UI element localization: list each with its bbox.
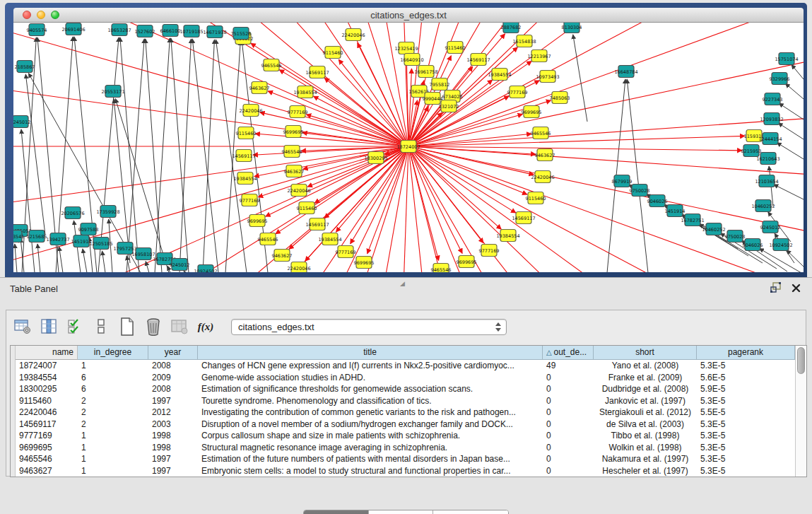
graph-node[interactable]: 19384554 — [488, 69, 511, 81]
graph-node[interactable]: 7515526 — [231, 28, 252, 40]
graph-node[interactable]: 14569117 — [512, 212, 535, 224]
graph-node[interactable]: 15751074 — [775, 53, 798, 65]
graph-node[interactable]: 9405574 — [27, 24, 47, 36]
column-header-name[interactable]: name — [16, 346, 78, 360]
graph-node[interactable]: 16648784 — [614, 66, 637, 78]
graph-node[interactable]: 2185867 — [15, 61, 35, 73]
splitter-grip-icon[interactable]: ◢ — [400, 280, 405, 287]
graph-node[interactable]: 14569117 — [305, 66, 329, 78]
graph-node[interactable]: 9046026 — [647, 195, 668, 207]
graph-node[interactable]: 20691406 — [61, 23, 85, 35]
graph-node[interactable]: 10924502 — [194, 265, 217, 273]
graph-node[interactable]: 9329966 — [770, 73, 790, 85]
graph-node[interactable]: 16210643 — [756, 153, 779, 165]
graph-node[interactable]: 9245012 — [13, 116, 30, 128]
table-row[interactable]: 969969511998Structural magnetic resonanc… — [16, 442, 795, 454]
graph-node[interactable]: 1451914 — [665, 205, 686, 217]
graph-node[interactable]: 9750028 — [725, 230, 746, 243]
graph-node[interactable]: 12103654 — [755, 175, 778, 187]
table-row[interactable]: 1872400712008Changes of HCN gene express… — [16, 360, 795, 372]
graph-node[interactable]: 9245012 — [760, 221, 781, 233]
graph-node[interactable]: 9463627 — [272, 250, 293, 262]
graph-node[interactable]: 7485063 — [550, 92, 570, 104]
graph-node[interactable]: 9245012 — [170, 259, 190, 271]
graph-node[interactable]: 10460252 — [751, 200, 775, 212]
graph-node[interactable]: 10460252 — [702, 223, 725, 235]
graph-node[interactable]: 9465546 — [258, 233, 278, 245]
graph-node[interactable]: 22420046 — [341, 29, 365, 41]
graph-node[interactable]: 9777169 — [336, 246, 356, 258]
graph-node[interactable]: 12093832 — [760, 113, 783, 125]
graph-node[interactable]: 18724007 — [396, 141, 420, 153]
graph-node[interactable]: 16958107 — [131, 248, 155, 260]
graph-node[interactable]: 20553171 — [101, 86, 124, 98]
graph-node[interactable]: 14569117 — [232, 150, 255, 162]
graph-node[interactable]: 1215685 — [27, 230, 47, 243]
graph-node[interactable]: 22420046 — [287, 262, 310, 273]
table-row[interactable]: 1938455462009Genome-wide association stu… — [16, 372, 795, 384]
graph-node[interactable]: 2887682 — [501, 23, 522, 33]
network-window-titlebar[interactable]: citations_edges.txt — [13, 8, 804, 23]
graph-node[interactable]: 14569117 — [305, 218, 329, 230]
table-row[interactable]: 977716911998Corpus callosum shape and si… — [16, 430, 795, 442]
column-header-out_de[interactable]: △ out_de... — [543, 346, 594, 360]
graph-node[interactable]: 9699695 — [522, 106, 542, 118]
table-row[interactable]: 1830029562008Estimation of significance … — [16, 383, 795, 395]
graph-node[interactable]: 9465546 — [431, 264, 452, 273]
graph-node[interactable]: 9750028 — [630, 185, 650, 197]
table-row[interactable]: 946362711997Embryonic stem cells: a mode… — [16, 465, 795, 477]
graph-node[interactable]: 9699695 — [247, 215, 268, 227]
new-table-icon[interactable] — [118, 317, 136, 336]
graph-node[interactable]: 19384554 — [318, 233, 341, 245]
table-selector[interactable]: citations_edges.txt — [231, 319, 507, 335]
row-tools-icon[interactable] — [92, 317, 110, 336]
graph-node[interactable]: 9463627 — [249, 82, 270, 94]
graph-node[interactable]: 16640910 — [400, 54, 423, 66]
graph-node[interactable]: 10719185 — [180, 25, 203, 37]
graph-node[interactable]: 12325419 — [394, 42, 418, 54]
graph-node[interactable]: 9115460 — [526, 192, 546, 204]
graph-node[interactable]: 20206576 — [61, 207, 84, 219]
vertical-scrollbar[interactable] — [795, 346, 806, 477]
graph-node[interactable]: 9115460 — [445, 42, 466, 54]
column-header-year[interactable]: year — [148, 346, 198, 360]
graph-node[interactable]: 9990444 — [423, 93, 443, 105]
graph-node[interactable]: 19384554 — [293, 86, 317, 98]
graph-node[interactable]: 9699695 — [354, 257, 375, 269]
graph-node[interactable]: 17359928 — [96, 206, 119, 218]
graph-node[interactable]: 12505185 — [89, 238, 112, 250]
graph-node[interactable]: 12213967 — [527, 50, 551, 62]
graph-node[interactable]: 9046026 — [743, 239, 763, 251]
graph-node[interactable]: 16154838 — [512, 35, 536, 47]
graph-node[interactable]: 22420046 — [531, 171, 554, 183]
graph-node[interactable]: 10924502 — [769, 239, 792, 251]
graph-node[interactable]: 1451914 — [71, 235, 92, 247]
graph-node[interactable]: 9115460 — [323, 47, 343, 59]
column-chooser-icon[interactable] — [40, 317, 58, 336]
graph-node[interactable]: 9465546 — [531, 127, 551, 139]
graph-node[interactable]: 18300295 — [364, 152, 387, 164]
graph-node[interactable]: 9115460 — [236, 127, 257, 139]
table-row[interactable]: 1456911722003Disruption of a novel membe… — [16, 419, 795, 431]
graph-node[interactable]: 9097588 — [78, 223, 99, 235]
table-row[interactable]: 946554611997Estimation of the future num… — [16, 453, 795, 465]
graph-node[interactable]: 9777169 — [240, 194, 260, 206]
graph-node[interactable]: 9463627 — [535, 149, 555, 161]
graph-node[interactable]: 12444154 — [758, 133, 782, 145]
graph-node[interactable]: 9699695 — [457, 256, 477, 268]
column-header-in_degree[interactable]: in_degree — [78, 346, 148, 360]
graph-node[interactable]: 8130304 — [562, 23, 582, 33]
graph-node[interactable]: 14569117 — [466, 54, 490, 66]
graph-node[interactable]: 9777169 — [288, 106, 308, 118]
graph-node[interactable]: 9227343 — [763, 93, 783, 105]
graph-node[interactable]: 9465546 — [261, 59, 282, 71]
graph-node[interactable]: 9777169 — [479, 245, 500, 257]
function-builder-icon[interactable]: f(x) — [196, 317, 215, 336]
close-panel-icon[interactable] — [792, 283, 801, 296]
graph-node[interactable]: 9115460 — [297, 202, 317, 214]
column-header-title[interactable]: title — [198, 346, 543, 360]
table-settings-icon[interactable] — [13, 317, 32, 336]
graph-node[interactable]: 19384554 — [233, 173, 257, 185]
graph-node[interactable]: 13942737 — [46, 233, 69, 245]
graph-node[interactable]: 10653287 — [107, 24, 131, 36]
